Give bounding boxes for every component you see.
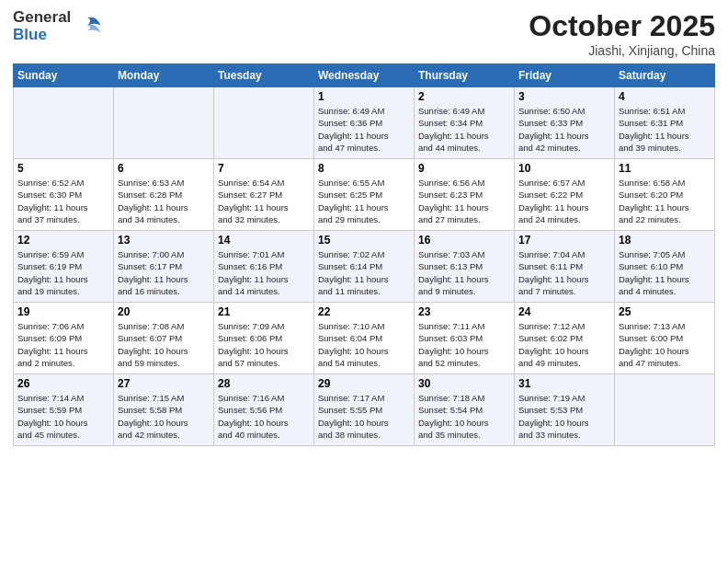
weekday-header-row: SundayMondayTuesdayWednesdayThursdayFrid… [14,64,715,87]
title-section: October 2025 Jiashi, Xinjiang, China [529,9,715,58]
day-number: 4 [619,90,711,103]
header: General Blue October 2025 Jiashi, Xinjia… [13,9,715,58]
weekday-header-tuesday: Tuesday [214,64,314,87]
day-info: Sunrise: 7:10 AMSunset: 6:04 PMDaylight:… [318,320,410,369]
day-number: 9 [418,162,510,175]
calendar-cell: 13Sunrise: 7:00 AMSunset: 6:17 PMDayligh… [114,231,214,303]
day-number: 19 [17,305,109,318]
day-info: Sunrise: 7:19 AMSunset: 5:53 PMDaylight:… [518,392,610,441]
day-number: 27 [118,377,210,390]
day-number: 25 [619,305,711,318]
day-number: 23 [418,305,510,318]
day-number: 12 [17,234,109,247]
logo-general: General [13,9,71,27]
day-number: 31 [518,377,610,390]
day-number: 11 [619,162,711,175]
day-number: 26 [17,377,109,390]
weekday-header-friday: Friday [515,64,615,87]
calendar-cell: 2Sunrise: 6:49 AMSunset: 6:34 PMDaylight… [415,87,515,159]
day-number: 14 [218,234,310,247]
day-info: Sunrise: 7:09 AMSunset: 6:06 PMDaylight:… [218,320,310,369]
day-info: Sunrise: 6:56 AMSunset: 6:23 PMDaylight:… [418,177,510,225]
calendar-cell: 11Sunrise: 6:58 AMSunset: 6:20 PMDayligh… [615,159,715,231]
day-info: Sunrise: 7:04 AMSunset: 6:11 PMDaylight:… [518,248,610,297]
day-info: Sunrise: 7:14 AMSunset: 5:59 PMDaylight:… [17,392,109,441]
day-number: 10 [518,162,610,175]
calendar-cell: 18Sunrise: 7:05 AMSunset: 6:10 PMDayligh… [615,231,715,303]
day-info: Sunrise: 7:16 AMSunset: 5:56 PMDaylight:… [218,392,310,441]
day-info: Sunrise: 6:51 AMSunset: 6:31 PMDaylight:… [619,105,711,154]
day-number: 24 [518,305,610,318]
calendar-cell: 28Sunrise: 7:16 AMSunset: 5:56 PMDayligh… [214,374,314,446]
day-number: 15 [318,234,410,247]
calendar-cell: 14Sunrise: 7:01 AMSunset: 6:16 PMDayligh… [214,231,314,303]
calendar-cell: 22Sunrise: 7:10 AMSunset: 6:04 PMDayligh… [314,303,415,374]
day-number: 2 [418,90,510,103]
weekday-header-thursday: Thursday [415,64,515,87]
calendar-cell: 12Sunrise: 6:59 AMSunset: 6:19 PMDayligh… [14,231,114,303]
day-info: Sunrise: 6:54 AMSunset: 6:27 PMDaylight:… [218,177,310,225]
day-info: Sunrise: 6:59 AMSunset: 6:19 PMDaylight:… [17,248,109,297]
logo-blue: Blue [13,27,47,44]
day-number: 20 [118,305,210,318]
calendar-cell: 19Sunrise: 7:06 AMSunset: 6:09 PMDayligh… [14,303,114,374]
calendar-cell: 21Sunrise: 7:09 AMSunset: 6:06 PMDayligh… [214,303,314,374]
day-info: Sunrise: 7:01 AMSunset: 6:16 PMDaylight:… [218,248,310,297]
calendar-cell: 24Sunrise: 7:12 AMSunset: 6:02 PMDayligh… [515,303,615,374]
page: General Blue October 2025 Jiashi, Xinjia… [0,0,728,563]
calendar-cell: 23Sunrise: 7:11 AMSunset: 6:03 PMDayligh… [415,303,515,374]
day-number: 30 [418,377,510,390]
calendar-row-3: 12Sunrise: 6:59 AMSunset: 6:19 PMDayligh… [14,231,715,303]
calendar-cell: 25Sunrise: 7:13 AMSunset: 6:00 PMDayligh… [615,303,715,374]
calendar-cell [214,87,314,159]
day-info: Sunrise: 7:03 AMSunset: 6:13 PMDaylight:… [418,248,510,297]
calendar-row-4: 19Sunrise: 7:06 AMSunset: 6:09 PMDayligh… [14,303,715,374]
calendar-cell: 20Sunrise: 7:08 AMSunset: 6:07 PMDayligh… [114,303,214,374]
day-info: Sunrise: 7:05 AMSunset: 6:10 PMDaylight:… [619,248,711,297]
day-info: Sunrise: 7:00 AMSunset: 6:17 PMDaylight:… [118,248,210,297]
calendar-cell: 15Sunrise: 7:02 AMSunset: 6:14 PMDayligh… [314,231,415,303]
day-number: 18 [619,234,711,247]
weekday-header-sunday: Sunday [14,64,114,87]
day-number: 29 [318,377,410,390]
day-info: Sunrise: 6:49 AMSunset: 6:34 PMDaylight:… [418,105,510,154]
day-info: Sunrise: 7:18 AMSunset: 5:54 PMDaylight:… [418,392,510,441]
day-info: Sunrise: 6:57 AMSunset: 6:22 PMDaylight:… [518,177,610,225]
day-info: Sunrise: 7:08 AMSunset: 6:07 PMDaylight:… [118,320,210,369]
day-info: Sunrise: 7:06 AMSunset: 6:09 PMDaylight:… [17,320,109,369]
day-number: 17 [518,234,610,247]
calendar-cell: 5Sunrise: 6:52 AMSunset: 6:30 PMDaylight… [14,159,114,231]
month-title: October 2025 [529,9,715,43]
calendar-row-5: 26Sunrise: 7:14 AMSunset: 5:59 PMDayligh… [14,374,715,446]
day-info: Sunrise: 6:49 AMSunset: 6:36 PMDaylight:… [318,105,410,154]
calendar-row-1: 1Sunrise: 6:49 AMSunset: 6:36 PMDaylight… [14,87,715,159]
calendar-cell: 30Sunrise: 7:18 AMSunset: 5:54 PMDayligh… [415,374,515,446]
logo: General Blue [13,9,102,43]
day-info: Sunrise: 6:55 AMSunset: 6:25 PMDaylight:… [318,177,410,225]
calendar-cell: 4Sunrise: 6:51 AMSunset: 6:31 PMDaylight… [615,87,715,159]
calendar-cell [615,374,715,446]
calendar-cell: 29Sunrise: 7:17 AMSunset: 5:55 PMDayligh… [314,374,415,446]
calendar-cell: 17Sunrise: 7:04 AMSunset: 6:11 PMDayligh… [515,231,615,303]
day-info: Sunrise: 7:13 AMSunset: 6:00 PMDaylight:… [619,320,711,369]
calendar-cell: 27Sunrise: 7:15 AMSunset: 5:58 PMDayligh… [114,374,214,446]
calendar-cell: 3Sunrise: 6:50 AMSunset: 6:33 PMDaylight… [515,87,615,159]
day-info: Sunrise: 6:53 AMSunset: 6:28 PMDaylight:… [118,177,210,225]
day-number: 5 [17,162,109,175]
calendar-cell: 16Sunrise: 7:03 AMSunset: 6:13 PMDayligh… [415,231,515,303]
day-number: 7 [218,162,310,175]
day-number: 28 [218,377,310,390]
calendar-cell: 10Sunrise: 6:57 AMSunset: 6:22 PMDayligh… [515,159,615,231]
calendar-cell: 1Sunrise: 6:49 AMSunset: 6:36 PMDaylight… [314,87,415,159]
day-info: Sunrise: 6:50 AMSunset: 6:33 PMDaylight:… [518,105,610,154]
day-number: 21 [218,305,310,318]
day-number: 1 [318,90,410,103]
day-info: Sunrise: 7:02 AMSunset: 6:14 PMDaylight:… [318,248,410,297]
logo-wing-icon [73,12,102,41]
calendar-cell: 26Sunrise: 7:14 AMSunset: 5:59 PMDayligh… [14,374,114,446]
calendar-cell [114,87,214,159]
calendar-cell: 31Sunrise: 7:19 AMSunset: 5:53 PMDayligh… [515,374,615,446]
day-number: 13 [118,234,210,247]
day-info: Sunrise: 6:52 AMSunset: 6:30 PMDaylight:… [17,177,109,225]
day-info: Sunrise: 7:15 AMSunset: 5:58 PMDaylight:… [118,392,210,441]
